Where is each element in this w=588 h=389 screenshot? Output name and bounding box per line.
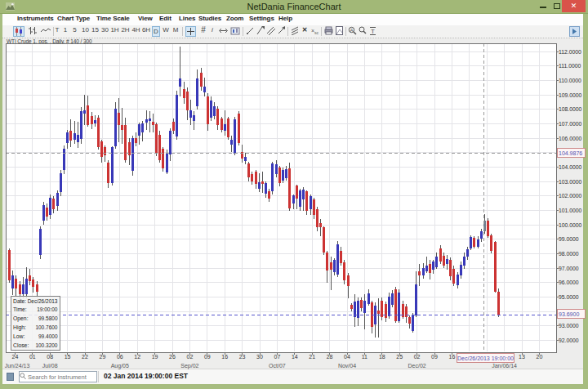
svg-text:29: 29 (100, 354, 106, 360)
svg-text:30: 30 (256, 354, 263, 360)
svg-text:19: 19 (152, 354, 158, 360)
svg-text:18: 18 (379, 354, 385, 360)
svg-text:Time:: Time: (13, 306, 27, 312)
svg-text:109.0000: 109.0000 (559, 92, 582, 98)
svg-text:108.0000: 108.0000 (559, 106, 582, 112)
svg-text:Oct/07: Oct/07 (269, 363, 286, 369)
svg-text:08: 08 (47, 354, 53, 360)
svg-text:sc: sc (314, 30, 319, 35)
svg-text:Jun/24/13: Jun/24/13 (5, 363, 30, 369)
svg-text:Jul/08: Jul/08 (42, 363, 58, 369)
svg-text:99.5800: 99.5800 (38, 315, 58, 321)
svg-text:19:00:00: 19:00:00 (37, 306, 58, 312)
svg-text:104.9876: 104.9876 (559, 150, 582, 156)
svg-text:111.0000: 111.0000 (559, 63, 581, 69)
svg-text:Open:: Open: (13, 315, 29, 322)
svg-text:02: 02 (187, 354, 194, 360)
svg-text:104.0000: 104.0000 (559, 164, 582, 170)
svg-text:100.7600: 100.7600 (35, 324, 57, 330)
svg-text:99.4000: 99.4000 (38, 333, 58, 339)
svg-text:95.0000: 95.0000 (559, 294, 579, 300)
svg-text:101.0000: 101.0000 (559, 208, 582, 213)
svg-text:97.0000: 97.0000 (559, 266, 579, 271)
svg-text:106.0000: 106.0000 (559, 136, 582, 141)
svg-text:Jan/06/14: Jan/06/14 (492, 363, 517, 369)
svg-text:15: 15 (65, 354, 71, 360)
svg-text:Low:: Low: (13, 333, 24, 339)
svg-text:107.0000: 107.0000 (559, 121, 582, 127)
svg-text:23: 23 (239, 354, 246, 360)
svg-text:100.3200: 100.3200 (35, 342, 57, 348)
svg-text:14: 14 (292, 354, 298, 360)
svg-text:02: 02 (414, 354, 421, 360)
svg-text:110.0000: 110.0000 (559, 78, 581, 83)
svg-text:99.0000: 99.0000 (559, 236, 579, 242)
svg-text:High:: High: (13, 324, 26, 331)
svg-text:93.6900: 93.6900 (559, 311, 579, 317)
svg-text:Date:: Date: (13, 298, 26, 304)
svg-text:Dec/26/2013: Dec/26/2013 (28, 298, 58, 304)
svg-text:09: 09 (431, 354, 438, 360)
svg-text:Close:: Close: (13, 342, 29, 348)
svg-text:28: 28 (327, 354, 333, 360)
svg-text:Dec/02: Dec/02 (408, 363, 426, 369)
svg-text:98.0000: 98.0000 (559, 251, 579, 257)
svg-text:21: 21 (309, 354, 315, 360)
svg-text:12: 12 (134, 354, 140, 360)
svg-text:04: 04 (344, 354, 350, 360)
svg-text:96.0000: 96.0000 (559, 279, 579, 285)
svg-text:103.0000: 103.0000 (559, 179, 582, 185)
svg-text:22: 22 (82, 354, 88, 360)
svg-text:112.0000: 112.0000 (559, 49, 581, 55)
svg-text:20: 20 (537, 354, 543, 360)
svg-text:07: 07 (274, 354, 281, 360)
svg-text:100.0000: 100.0000 (559, 222, 582, 228)
svg-text:T: T (371, 28, 375, 35)
svg-text:Aug/05: Aug/05 (111, 363, 129, 369)
svg-text:92.0000: 92.0000 (559, 338, 579, 343)
svg-text:102.0000: 102.0000 (559, 193, 582, 199)
svg-text:26: 26 (169, 354, 176, 360)
svg-text:24: 24 (12, 354, 19, 360)
svg-text:01: 01 (29, 354, 36, 360)
svg-text:Dec/26/2013 19:00:00: Dec/26/2013 19:00:00 (457, 355, 514, 361)
svg-text:Nov/04: Nov/04 (338, 363, 356, 369)
svg-text:Sep/02: Sep/02 (180, 363, 198, 369)
svg-text:16: 16 (449, 354, 456, 360)
svg-text:25: 25 (396, 354, 403, 360)
svg-text:09: 09 (204, 354, 211, 360)
svg-text:16: 16 (221, 354, 228, 360)
svg-text:93.0000: 93.0000 (559, 323, 579, 329)
svg-text:A: A (350, 28, 353, 33)
svg-text:11: 11 (362, 354, 368, 360)
svg-text:06: 06 (117, 354, 123, 360)
svg-text:13: 13 (519, 354, 525, 360)
